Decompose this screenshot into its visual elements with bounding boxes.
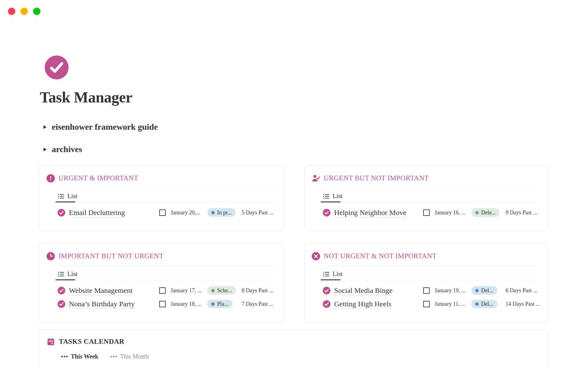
calendar-view-tabs: This Week This Month: [61, 352, 548, 361]
minimize-window-button[interactable]: [21, 8, 28, 15]
task-date: January 20,...: [171, 209, 207, 216]
task-checkbox[interactable]: [423, 287, 430, 294]
days-past-text: 14 Days Past ...: [506, 301, 545, 307]
card-header: IMPORTANT BUT NOT URGENT: [47, 251, 275, 261]
task-checkbox[interactable]: [159, 209, 166, 216]
status-badge[interactable]: In pr...: [207, 208, 236, 217]
task-list: Social Media Binge January 19, ... Del..…: [304, 284, 548, 311]
card-header: NOT URGENT & NOT IMPORTANT: [312, 251, 539, 261]
task-check-icon: [323, 209, 330, 217]
divider: [58, 266, 275, 266]
view-tabs: List: [323, 271, 539, 280]
task-checkbox[interactable]: [159, 287, 166, 294]
quadrant-title: URGENT & IMPORTANT: [58, 174, 138, 182]
quadrant-title: NOT URGENT & NOT IMPORTANT: [324, 252, 437, 260]
task-row: Email Decluttering January 20,... In pr.…: [39, 206, 284, 219]
status-badge[interactable]: Dele...: [471, 208, 499, 217]
status-badge[interactable]: Pla...: [207, 300, 232, 308]
quadrant-card-not-urgent-not-important: NOT URGENT & NOT IMPORTANT List Social M…: [304, 243, 548, 322]
task-check-icon: [323, 300, 330, 308]
task-row: Getting High Heels January 11, ... Del..…: [304, 297, 548, 311]
task-check-icon: [58, 300, 65, 308]
task-checkbox[interactable]: [423, 301, 430, 307]
status-dot-icon: [211, 211, 215, 214]
window-controls: [8, 8, 40, 15]
list-view-icon: [323, 193, 330, 200]
tab-list[interactable]: List: [67, 192, 77, 200]
tasks-calendar-card: TASKS CALENDAR This Week This Month: [39, 330, 548, 368]
task-date: January 17, ...: [171, 287, 207, 294]
task-list: Website Management January 17, ... Sche.…: [39, 284, 284, 311]
active-tab-indicator: [321, 279, 341, 280]
page-title: Task Manager: [40, 88, 132, 106]
status-dot-icon: [475, 289, 479, 292]
tab-list[interactable]: List: [333, 270, 343, 278]
quadrant-card-urgent-important: URGENT & IMPORTANT List Email Declutteri…: [39, 165, 284, 231]
card-header: URGENT BUT NOT IMPORTANT: [312, 173, 539, 183]
days-past-text: 9 Days Past ...: [506, 209, 545, 216]
status-label: Pla...: [217, 301, 228, 307]
calendar-icon: [47, 337, 55, 346]
task-checkbox[interactable]: [159, 301, 166, 307]
status-label: In pr...: [217, 209, 232, 216]
status-badge[interactable]: Sche...: [207, 286, 236, 295]
task-checkbox[interactable]: [423, 209, 430, 216]
status-label: Del...: [481, 287, 493, 294]
chevron-right-icon: [43, 147, 47, 152]
tab-this-month[interactable]: This Month: [111, 352, 149, 361]
tab-this-week[interactable]: This Week: [61, 352, 98, 361]
list-view-icon: [58, 271, 64, 278]
dots-icon: [111, 356, 117, 357]
status-badge[interactable]: Del...: [471, 300, 497, 308]
card-header: URGENT & IMPORTANT: [47, 173, 275, 183]
alert-circle-icon: [47, 174, 55, 182]
close-window-button[interactable]: [8, 8, 15, 15]
task-list: Helping Neighbor Move January 16, ... De…: [304, 206, 548, 219]
task-row: Website Management January 17, ... Sche.…: [39, 284, 284, 297]
task-date: January 19, ...: [435, 287, 471, 294]
task-title-link[interactable]: Email Decluttering: [69, 209, 125, 217]
toggle-eisenhower-framework-guide[interactable]: eisenhower framework guide: [43, 122, 158, 132]
days-past-text: 8 Days Past ...: [242, 287, 281, 294]
status-badge[interactable]: Del...: [471, 286, 497, 295]
toggle-label: archives: [52, 144, 82, 154]
tab-list[interactable]: List: [67, 270, 77, 278]
tab-list[interactable]: List: [333, 192, 343, 200]
divider: [323, 188, 539, 188]
task-row: Helping Neighbor Move January 16, ... De…: [304, 206, 548, 219]
dots-icon: [61, 356, 68, 357]
quadrant-card-urgent-not-important: URGENT BUT NOT IMPORTANT List Helping Ne…: [304, 165, 548, 231]
task-date: January 16, ...: [435, 209, 471, 216]
divider: [323, 266, 539, 266]
task-title-link[interactable]: Helping Neighbor Move: [334, 209, 406, 217]
chevron-right-icon: [43, 125, 47, 129]
status-dot-icon: [475, 302, 479, 306]
status-dot-icon: [211, 302, 215, 306]
active-tab-indicator: [321, 201, 341, 202]
status-label: Sche...: [217, 287, 232, 294]
view-tabs: List: [58, 193, 275, 202]
task-title-link[interactable]: Nona’s Birthday Party: [69, 300, 135, 309]
toggle-label: eisenhower framework guide: [52, 122, 158, 132]
task-title-link[interactable]: Getting High Heels: [334, 300, 391, 309]
task-check-icon: [323, 287, 330, 294]
quadrant-grid: URGENT & IMPORTANT List Email Declutteri…: [39, 165, 548, 322]
page-check-circle-icon[interactable]: [45, 56, 69, 79]
toggle-archives[interactable]: archives: [43, 144, 82, 154]
zoom-window-button[interactable]: [33, 8, 40, 15]
status-dot-icon: [211, 289, 215, 292]
clock-icon: [47, 252, 55, 260]
status-label: Dele...: [481, 209, 496, 216]
quadrant-card-important-not-urgent: IMPORTANT BUT NOT URGENT List Website Ma…: [39, 243, 284, 322]
divider: [58, 188, 275, 188]
status-label: Del...: [481, 301, 493, 307]
view-tabs: List: [58, 271, 275, 280]
days-past-text: 7 Days Past ...: [242, 301, 281, 307]
task-title-link[interactable]: Social Media Binge: [334, 286, 393, 295]
person-check-icon: [312, 174, 320, 182]
days-past-text: 5 Days Past ...: [242, 209, 281, 216]
list-view-icon: [58, 193, 64, 200]
task-title-link[interactable]: Website Management: [69, 286, 133, 295]
task-date: January 18, ...: [171, 301, 207, 307]
task-check-icon: [58, 209, 65, 217]
